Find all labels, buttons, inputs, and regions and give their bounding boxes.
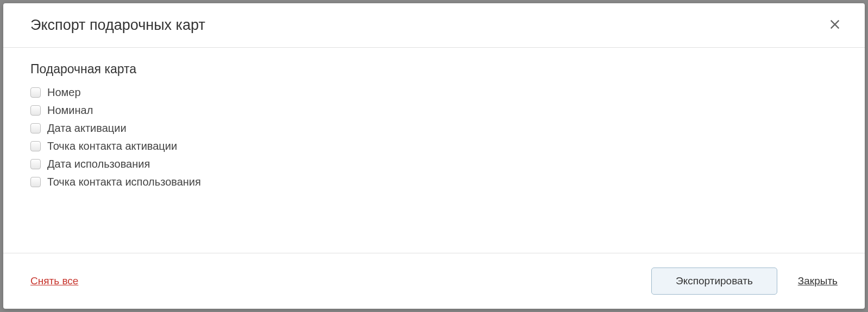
checkbox-row-number[interactable]: Номер xyxy=(30,86,838,99)
modal-body: Подарочная карта Номер Номинал Дата акти… xyxy=(3,48,865,253)
checkbox-usage-date[interactable] xyxy=(30,159,41,169)
export-gift-cards-modal: Экспорт подарочных карт Подарочная карта… xyxy=(3,3,865,309)
checkbox-usage-contact-point[interactable] xyxy=(30,177,41,187)
checkbox-label: Номер xyxy=(47,86,81,99)
checkbox-nominal[interactable] xyxy=(30,105,41,116)
checkbox-label: Точка контакта использования xyxy=(47,176,201,188)
modal-header: Экспорт подарочных карт xyxy=(3,3,865,48)
export-button[interactable]: Экспортировать xyxy=(651,268,777,295)
remove-all-link[interactable]: Снять все xyxy=(30,275,78,287)
section-title: Подарочная карта xyxy=(30,62,838,77)
checkbox-activation-date[interactable] xyxy=(30,123,41,133)
close-button[interactable] xyxy=(826,15,844,35)
modal-title: Экспорт подарочных карт xyxy=(30,17,205,34)
checkbox-label: Номинал xyxy=(47,104,93,117)
checkbox-list: Номер Номинал Дата активации Точка конта… xyxy=(30,86,838,188)
modal-footer: Снять все Экспортировать Закрыть xyxy=(3,253,865,309)
checkbox-activation-contact-point[interactable] xyxy=(30,141,41,151)
close-icon xyxy=(829,18,841,32)
checkbox-label: Дата использования xyxy=(47,158,150,170)
checkbox-number[interactable] xyxy=(30,87,41,98)
close-link[interactable]: Закрыть xyxy=(798,275,838,287)
footer-left: Снять все xyxy=(30,275,78,287)
checkbox-row-activation-date[interactable]: Дата активации xyxy=(30,122,838,135)
checkbox-row-nominal[interactable]: Номинал xyxy=(30,104,838,117)
checkbox-label: Дата активации xyxy=(47,122,127,135)
checkbox-row-activation-contact-point[interactable]: Точка контакта активации xyxy=(30,140,838,152)
footer-right: Экспортировать Закрыть xyxy=(651,268,838,295)
checkbox-label: Точка контакта активации xyxy=(47,140,177,152)
checkbox-row-usage-date[interactable]: Дата использования xyxy=(30,158,838,170)
checkbox-row-usage-contact-point[interactable]: Точка контакта использования xyxy=(30,176,838,188)
